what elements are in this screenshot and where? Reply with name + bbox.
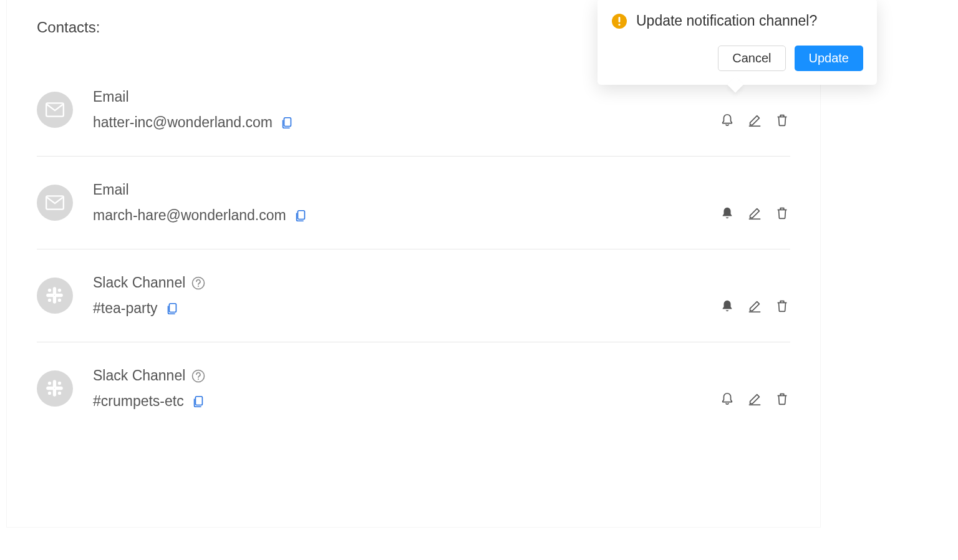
edit-icon[interactable] — [747, 205, 763, 221]
edit-icon[interactable] — [747, 298, 763, 314]
slack-icon — [37, 370, 73, 407]
contact-type-label: Slack Channel — [93, 367, 185, 384]
contact-type-label: Email — [93, 89, 129, 105]
edit-icon[interactable] — [747, 112, 763, 128]
bell-icon[interactable] — [719, 391, 735, 407]
contact-row: Email march-hare@wonderland.com — [37, 181, 790, 249]
bell-icon[interactable] — [719, 205, 735, 221]
update-button[interactable]: Update — [795, 46, 864, 71]
trash-icon[interactable] — [774, 205, 790, 221]
copy-icon[interactable] — [191, 395, 205, 408]
contact-value: #tea-party — [93, 300, 158, 317]
copy-icon[interactable] — [165, 302, 179, 316]
contacts-list: Email hatter-inc@wonderland.com Email ma… — [37, 89, 790, 435]
contact-type-label: Email — [93, 181, 129, 198]
help-icon[interactable] — [191, 276, 205, 290]
trash-icon[interactable] — [774, 391, 790, 407]
update-confirmation-popover: Update notification channel? Cancel Upda… — [598, 0, 877, 85]
warning-icon — [611, 13, 627, 29]
bell-icon[interactable] — [719, 112, 735, 128]
cancel-button[interactable]: Cancel — [718, 46, 785, 71]
contact-value: #crumpets-etc — [93, 393, 184, 410]
contact-row: Email hatter-inc@wonderland.com — [37, 89, 790, 157]
bell-icon[interactable] — [719, 298, 735, 314]
contact-row: Slack Channel #tea-party — [37, 274, 790, 342]
copy-icon[interactable] — [280, 116, 294, 130]
trash-icon[interactable] — [774, 298, 790, 314]
edit-icon[interactable] — [747, 391, 763, 407]
contact-row: Slack Channel #crumpets-etc — [37, 367, 790, 435]
mail-icon — [37, 185, 73, 221]
slack-icon — [37, 278, 73, 314]
contact-type-label: Slack Channel — [93, 274, 185, 291]
help-icon[interactable] — [191, 369, 205, 383]
mail-icon — [37, 92, 73, 128]
contact-value: march-hare@wonderland.com — [93, 207, 286, 224]
popover-title: Update notification channel? — [636, 12, 817, 29]
contact-value: hatter-inc@wonderland.com — [93, 114, 273, 131]
copy-icon[interactable] — [294, 209, 307, 223]
trash-icon[interactable] — [774, 112, 790, 128]
